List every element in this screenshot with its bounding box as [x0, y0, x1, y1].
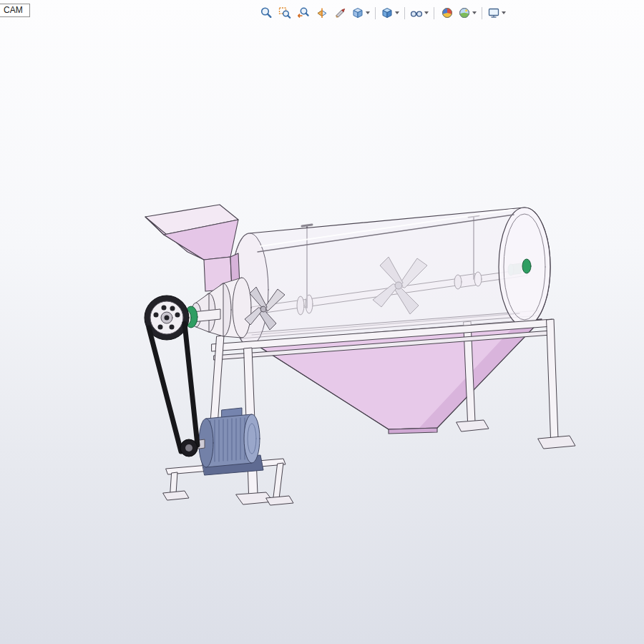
toolbar-separator	[434, 7, 434, 19]
heads-up-toolbar	[258, 4, 507, 22]
zoom-to-fit-button[interactable]	[258, 4, 275, 21]
monitor-icon	[487, 6, 500, 19]
end-cap-hub	[522, 259, 531, 273]
view-orientation-button[interactable]	[351, 4, 371, 21]
application-window: CAM	[0, 0, 644, 644]
model-3d[interactable]	[0, 0, 644, 644]
cam-tab[interactable]: CAM	[0, 4, 30, 17]
graphics-area[interactable]	[0, 0, 644, 644]
dropdown-caret[interactable]	[472, 11, 477, 14]
feed-hopper[interactable]	[145, 205, 240, 291]
edit-appearance-button[interactable]	[439, 4, 456, 21]
display-style-button[interactable]	[380, 4, 400, 21]
motor[interactable]	[189, 408, 263, 475]
motor-pulley[interactable]	[180, 439, 197, 457]
section-view-button[interactable]	[313, 4, 331, 21]
scene-sphere-icon	[458, 6, 471, 19]
apply-scene-button[interactable]	[457, 4, 477, 21]
section-cube-icon	[316, 6, 328, 19]
hide-show-items-button[interactable]	[409, 4, 429, 21]
magnifier-icon	[260, 6, 273, 19]
view-settings-button[interactable]	[487, 4, 507, 21]
dropdown-caret[interactable]	[424, 11, 429, 14]
magnifier-area-icon	[278, 6, 291, 19]
shaded-cube-icon	[381, 6, 394, 19]
toolbar-separator	[482, 7, 482, 19]
dynamic-annotation-views-button[interactable]	[332, 4, 349, 21]
orientation-cube-icon	[351, 6, 364, 19]
dropdown-caret[interactable]	[395, 11, 399, 14]
toolbar-separator	[375, 7, 376, 19]
eyeglasses-icon	[410, 6, 423, 19]
toolbar-separator	[404, 7, 405, 19]
annotation-pencil-icon	[334, 6, 347, 19]
zoom-to-area-button[interactable]	[276, 4, 293, 21]
magnifier-arrow-icon	[297, 6, 310, 19]
belt[interactable]	[149, 323, 197, 452]
cam-tab-label: CAM	[4, 5, 23, 15]
dropdown-caret[interactable]	[366, 11, 370, 14]
previous-view-button[interactable]	[295, 4, 312, 21]
dropdown-caret[interactable]	[502, 11, 506, 14]
appearance-ball-icon	[441, 6, 454, 19]
